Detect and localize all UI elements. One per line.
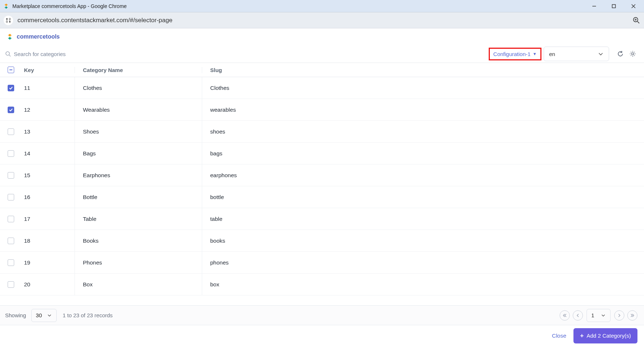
cell-key: 17 <box>22 216 75 222</box>
records-text: 1 to 23 of 23 records <box>63 312 113 318</box>
app-title: commercetools <box>17 33 60 40</box>
svg-point-7 <box>9 21 11 23</box>
cell-slug: books <box>202 230 644 251</box>
svg-point-16 <box>632 53 634 55</box>
column-header-name[interactable]: Category Name <box>75 67 202 73</box>
cell-name: Phones <box>75 252 202 273</box>
page-number-dropdown[interactable]: 1 <box>587 309 611 322</box>
cell-slug: shoes <box>202 121 644 142</box>
svg-line-15 <box>9 55 11 56</box>
toolbar: Configuration-1 ▼ en <box>0 45 644 63</box>
add-button-label: Add 2 Category(s) <box>587 333 631 339</box>
svg-line-11 <box>637 21 639 23</box>
row-checkbox[interactable] <box>8 194 14 200</box>
chevron-down-icon <box>601 313 606 318</box>
close-window-button[interactable] <box>629 1 638 11</box>
cell-name: Books <box>75 230 202 251</box>
close-button[interactable]: Close <box>552 333 567 339</box>
cell-key: 16 <box>22 194 75 200</box>
row-checkbox[interactable] <box>8 128 14 135</box>
cell-name: Bottle <box>75 186 202 208</box>
browser-addressbar: commercetools.contentstackmarket.com/#/s… <box>0 12 644 28</box>
caret-down-icon: ▼ <box>533 52 537 56</box>
cell-slug: wearables <box>202 99 644 120</box>
cell-key: 14 <box>22 150 75 157</box>
cell-key: 19 <box>22 259 75 266</box>
cell-key: 15 <box>22 172 75 179</box>
cell-name: Table <box>75 208 202 230</box>
zoom-icon[interactable] <box>632 16 640 24</box>
browser-titlebar: Marketplace commercetools App - Google C… <box>0 0 644 12</box>
table-row[interactable]: 17 Table table <box>0 208 644 230</box>
table-row[interactable]: 13 Shoes shoes <box>0 121 644 143</box>
table-row[interactable]: 16 Bottle bottle <box>0 186 644 208</box>
categories-table: Key Category Name Slug 11 Clothes Clothe… <box>0 63 644 305</box>
column-header-key[interactable]: Key <box>22 67 75 73</box>
cell-slug: table <box>202 208 644 230</box>
search-input[interactable] <box>14 51 116 57</box>
row-checkbox[interactable] <box>8 238 14 244</box>
cell-name: Wearables <box>75 99 202 120</box>
row-checkbox[interactable] <box>8 107 14 113</box>
plus-icon: + <box>580 332 584 339</box>
table-header-row: Key Category Name Slug <box>0 63 644 77</box>
configuration-label: Configuration-1 <box>493 51 531 57</box>
chevron-down-icon <box>47 313 52 318</box>
url-text[interactable]: commercetools.contentstackmarket.com/#/s… <box>17 17 632 24</box>
cell-name: Clothes <box>75 77 202 99</box>
table-row[interactable]: 12 Wearables wearables <box>0 99 644 121</box>
search-icon <box>5 51 11 57</box>
page-size-value: 30 <box>36 312 42 318</box>
table-row[interactable]: 14 Bags bags <box>0 143 644 164</box>
page-prev-button[interactable] <box>573 310 583 321</box>
cell-name: Box <box>75 274 202 295</box>
table-row[interactable]: 20 Box box <box>0 274 644 295</box>
table-row[interactable]: 11 Clothes Clothes <box>0 77 644 99</box>
site-info-icon[interactable] <box>4 16 13 25</box>
row-checkbox[interactable] <box>8 172 14 179</box>
cell-name: Earphones <box>75 164 202 186</box>
cell-name: Bags <box>75 143 202 164</box>
table-row[interactable]: 18 Books books <box>0 230 644 252</box>
column-header-slug[interactable]: Slug <box>202 67 644 73</box>
row-checkbox[interactable] <box>8 281 14 288</box>
chevron-down-icon <box>598 51 604 57</box>
cell-key: 12 <box>22 107 75 113</box>
page-size-dropdown[interactable]: 30 <box>31 309 57 322</box>
cell-slug: earphones <box>202 164 644 186</box>
showing-label: Showing <box>5 312 26 318</box>
app-window-icon <box>3 3 9 9</box>
row-checkbox[interactable] <box>8 216 14 222</box>
maximize-button[interactable] <box>609 1 619 11</box>
cell-slug: bottle <box>202 186 644 208</box>
cell-name: Shoes <box>75 121 202 142</box>
row-checkbox[interactable] <box>8 259 14 266</box>
row-checkbox[interactable] <box>8 85 14 91</box>
page-last-button[interactable] <box>627 310 637 321</box>
table-row[interactable]: 19 Phones phones <box>0 252 644 274</box>
locale-dropdown[interactable]: en <box>544 47 609 61</box>
locale-label: en <box>549 51 555 57</box>
current-page-value: 1 <box>591 313 594 318</box>
configuration-dropdown[interactable]: Configuration-1 ▼ <box>489 48 541 60</box>
cell-key: 18 <box>22 238 75 244</box>
svg-point-4 <box>6 18 8 20</box>
select-all-checkbox[interactable] <box>8 67 14 73</box>
refresh-button[interactable] <box>614 48 627 60</box>
cell-key: 13 <box>22 128 75 135</box>
pagination-bar: Showing 30 1 to 23 of 23 records 1 <box>0 305 644 325</box>
settings-button[interactable] <box>627 48 639 60</box>
add-category-button[interactable]: + Add 2 Category(s) <box>573 328 637 343</box>
page-first-button[interactable] <box>560 310 570 321</box>
table-row[interactable]: 15 Earphones earphones <box>0 164 644 186</box>
action-bar: Close + Add 2 Category(s) <box>0 325 644 346</box>
cell-slug: Clothes <box>202 77 644 99</box>
svg-point-5 <box>9 18 11 20</box>
minimize-button[interactable] <box>589 1 599 11</box>
row-checkbox[interactable] <box>8 150 14 157</box>
cell-slug: phones <box>202 252 644 273</box>
page-next-button[interactable] <box>614 310 624 321</box>
svg-point-14 <box>6 52 9 55</box>
cell-key: 20 <box>22 281 75 288</box>
commercetools-logo-icon <box>7 33 13 40</box>
